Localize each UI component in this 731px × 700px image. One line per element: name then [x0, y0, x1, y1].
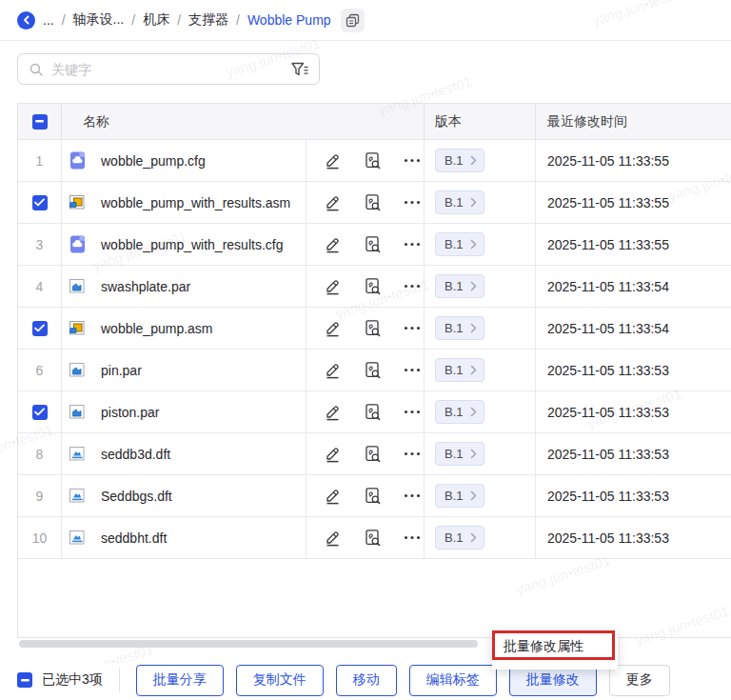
column-header-name[interactable]: 名称	[62, 104, 425, 139]
preview-button[interactable]	[364, 319, 382, 337]
footer-action-button[interactable]: 复制文件	[236, 665, 324, 696]
edit-button[interactable]	[324, 235, 342, 253]
edit-button[interactable]	[324, 403, 342, 421]
version-badge[interactable]: B.1	[435, 316, 484, 340]
breadcrumb-item[interactable]: 轴承设...	[73, 11, 125, 29]
more-actions-button[interactable]	[404, 493, 421, 498]
preview-button[interactable]	[364, 445, 382, 463]
modified-time: 2025-11-05 11:33:53	[536, 391, 731, 432]
file-name[interactable]: seddb3d.dft	[101, 447, 170, 462]
modified-time: 2025-11-05 11:33:53	[536, 350, 731, 390]
chevron-right-icon	[470, 532, 477, 543]
row-checkbox[interactable]	[32, 195, 48, 210]
row-number: 10	[32, 530, 48, 546]
batch-modify-attributes-menu-item[interactable]: 批量修改属性	[492, 630, 618, 655]
file-name[interactable]: wobble_pump_with_results.cfg	[101, 237, 283, 252]
footer-selection-checkbox[interactable]	[17, 672, 32, 688]
more-actions-button[interactable]	[404, 200, 421, 205]
more-actions-button[interactable]	[404, 535, 421, 540]
version-badge[interactable]: B.1	[435, 149, 484, 172]
version-badge[interactable]: B.1	[435, 400, 484, 424]
edit-button[interactable]	[324, 193, 342, 211]
preview-button[interactable]	[364, 403, 382, 421]
edit-button[interactable]	[324, 487, 342, 505]
more-actions-button[interactable]	[404, 410, 421, 414]
breadcrumb-item[interactable]: 机床	[143, 11, 169, 29]
edit-button[interactable]	[324, 445, 342, 463]
breadcrumb-item[interactable]: ...	[43, 12, 54, 28]
preview-button[interactable]	[364, 487, 382, 505]
batch-modify-dropdown-menu: 批量修改属性	[492, 630, 618, 670]
footer-action-button[interactable]: 移动	[336, 665, 397, 696]
more-actions-button[interactable]	[404, 326, 421, 330]
horizontal-scrollbar[interactable]	[19, 640, 478, 648]
back-button[interactable]	[17, 11, 35, 30]
more-actions-button[interactable]	[404, 158, 421, 163]
preview-button[interactable]	[364, 151, 382, 170]
edit-button[interactable]	[324, 319, 342, 337]
chevron-right-icon	[470, 365, 477, 375]
version-badge[interactable]: B.1	[435, 358, 484, 382]
preview-icon	[364, 487, 382, 505]
file-name[interactable]: swashplate.par	[101, 279, 190, 294]
breadcrumb-separator: /	[62, 12, 66, 28]
preview-button[interactable]	[364, 361, 382, 379]
row-number: 6	[36, 363, 44, 378]
edit-button[interactable]	[324, 361, 342, 379]
version-badge[interactable]: B.1	[435, 232, 484, 256]
more-button[interactable]: 更多	[609, 665, 670, 696]
preview-button[interactable]	[364, 529, 382, 547]
preview-icon	[364, 529, 382, 547]
search-box	[17, 53, 320, 85]
column-header-version[interactable]: 版本	[425, 104, 536, 139]
column-header-modified[interactable]: 最近修改时间	[536, 104, 731, 139]
breadcrumb-item[interactable]: 支撑器	[188, 11, 228, 29]
preview-button[interactable]	[364, 235, 382, 253]
edit-icon	[324, 487, 342, 505]
table-row: 10 seddbht.dft B.1 2025-11-05 11:33:53	[18, 517, 731, 559]
file-name[interactable]: Seddbgs.dft	[101, 489, 172, 504]
preview-button[interactable]	[364, 277, 382, 295]
file-name[interactable]: seddbht.dft	[101, 530, 167, 546]
copy-button[interactable]	[341, 9, 365, 32]
table-row: 1 wobble_pump.cfg B.1 2025-11-05 11:33:5…	[18, 140, 731, 182]
edit-button[interactable]	[324, 151, 342, 170]
version-badge[interactable]: B.1	[435, 190, 484, 214]
more-actions-button[interactable]	[404, 451, 421, 456]
version-badge[interactable]: B.1	[435, 442, 484, 466]
search-input[interactable]	[51, 62, 283, 77]
breadcrumb-bar: .../轴承设.../机床/支撑器/Wobble Pump	[0, 0, 731, 41]
row-checkbox[interactable]	[32, 405, 48, 420]
file-name[interactable]: wobble_pump.asm	[101, 321, 213, 336]
edit-button[interactable]	[324, 529, 342, 547]
breadcrumb-item[interactable]: Wobble Pump	[247, 12, 331, 28]
table-body: 1 wobble_pump.cfg B.1 2025-11-05 11:33:5…	[18, 140, 731, 559]
edit-icon	[324, 361, 342, 379]
ellipsis-icon	[404, 158, 421, 163]
file-name[interactable]: pin.par	[101, 363, 142, 378]
more-actions-button[interactable]	[404, 242, 421, 247]
file-name[interactable]: wobble_pump.cfg	[101, 153, 206, 169]
row-checkbox[interactable]	[32, 321, 48, 336]
version-label: B.1	[445, 321, 464, 335]
edit-button[interactable]	[324, 277, 342, 295]
ellipsis-icon	[404, 535, 421, 540]
table-header-row: 名称 版本 最近修改时间	[18, 104, 731, 140]
version-badge[interactable]: B.1	[435, 274, 484, 298]
edit-icon	[324, 235, 342, 253]
more-actions-button[interactable]	[404, 284, 421, 289]
file-table: 名称 版本 最近修改时间 1 wobble_pump.cfg B.1 2025-…	[17, 103, 731, 638]
preview-icon	[364, 193, 382, 211]
more-actions-button[interactable]	[404, 368, 421, 372]
file-name[interactable]: piston.par	[101, 405, 159, 420]
preview-button[interactable]	[364, 193, 382, 211]
filter-button[interactable]	[290, 61, 309, 78]
preview-icon	[364, 403, 382, 421]
footer-action-button[interactable]: 批量分享	[136, 665, 224, 696]
version-badge[interactable]: B.1	[435, 526, 484, 550]
footer-action-button[interactable]: 编辑标签	[409, 665, 497, 696]
file-name[interactable]: wobble_pump_with_results.asm	[101, 195, 290, 210]
table-row: 4 swashplate.par B.1 2025-11-05 11:33:54	[18, 266, 731, 308]
select-all-checkbox[interactable]	[32, 114, 48, 130]
version-badge[interactable]: B.1	[435, 484, 484, 508]
